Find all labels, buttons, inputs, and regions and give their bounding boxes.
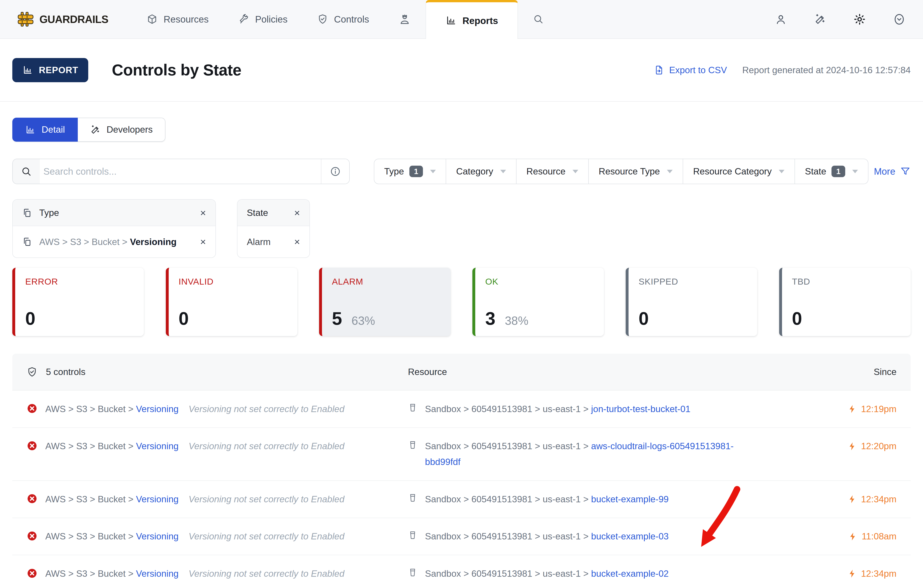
controls-count: 5 controls <box>46 367 85 377</box>
nav-item-controls[interactable]: Controls <box>302 0 384 38</box>
guardrails-app: GUARDRAILS Resources Policies Controls R… <box>0 0 923 588</box>
s3-bucket-icon <box>408 491 417 503</box>
control-link[interactable]: Versioning <box>136 404 179 414</box>
chevron-down-icon <box>667 170 673 173</box>
filter-bar: Type 1 Category Resource <box>374 159 911 184</box>
nav-search-button[interactable] <box>518 0 558 38</box>
search-filter-bar: Type 1 Category Resource <box>12 159 910 184</box>
since-time: 12:19pm <box>861 401 897 417</box>
state-card[interactable]: ALARM 5 63% <box>319 268 451 336</box>
control-type-path: AWS > S3 > Bucket > <box>45 494 136 504</box>
filter-dropdown-button[interactable]: Resource <box>516 159 589 184</box>
remove-filter-value-icon[interactable]: × <box>278 237 300 247</box>
filter-dropdown-button[interactable]: Category <box>446 159 516 184</box>
resource-path: Sandbox > 605491513981 > us-east-1 > <box>425 494 591 504</box>
state-card[interactable]: OK 3 38% <box>472 268 604 336</box>
detail-tab-button[interactable]: Detail <box>12 118 77 142</box>
remove-filter-icon[interactable]: × <box>184 208 206 218</box>
user-profile-icon[interactable] <box>775 13 787 25</box>
nav-item-policies[interactable]: Policies <box>223 0 302 38</box>
search-input[interactable] <box>40 159 321 183</box>
shield-check-icon <box>26 366 38 378</box>
chevron-down-circle-icon[interactable] <box>893 13 905 25</box>
filter-dropdown-button[interactable]: State 1 <box>795 159 869 184</box>
filter-count-badge: 1 <box>409 165 423 177</box>
cube-icon <box>146 13 158 25</box>
alarm-state-icon <box>26 440 38 452</box>
state-card[interactable]: SKIPPED 0 <box>626 268 757 336</box>
state-card-count: 0 <box>639 308 649 329</box>
report-header-actions: Export to CSV Report generated at 2024-1… <box>654 65 910 75</box>
search-icon <box>13 159 40 183</box>
state-card-label: TBD <box>792 277 901 287</box>
bar-chart-icon <box>445 15 457 26</box>
control-type-path: AWS > S3 > Bucket > <box>45 531 136 541</box>
resource-link[interactable]: jon-turbot-test-bucket-01 <box>591 404 690 414</box>
info-icon[interactable] <box>321 159 349 183</box>
nav-item-resources[interactable]: Resources <box>132 0 223 38</box>
state-summary-cards: ERROR 0 INVALID 0 ALARM <box>12 268 910 336</box>
lightning-bolt-icon <box>847 495 857 504</box>
control-link[interactable]: Versioning <box>136 441 179 451</box>
state-card-count: 3 <box>485 308 495 329</box>
state-card[interactable]: TBD 0 <box>779 268 911 336</box>
brand-logo[interactable]: GUARDRAILS <box>18 0 108 38</box>
nav-utilities <box>775 0 905 38</box>
filter-chip-value: Alarm <box>247 237 271 247</box>
user-crown-icon <box>399 13 411 25</box>
s3-bucket-icon <box>408 438 417 449</box>
search-icon <box>533 13 544 25</box>
filter-chip-card: State × Alarm × <box>237 199 310 258</box>
filter-chip-header: State × <box>237 200 309 226</box>
control-reason: Versioning not set correctly to Enabled <box>189 441 344 451</box>
state-card-count: 5 <box>332 308 342 329</box>
state-card[interactable]: ERROR 0 <box>12 268 144 336</box>
search-box <box>12 159 350 184</box>
magic-wand-icon[interactable] <box>814 13 826 25</box>
nav-item-admin[interactable] <box>384 0 425 38</box>
control-reason: Versioning not set correctly to Enabled <box>189 568 344 578</box>
settings-gear-icon[interactable] <box>854 13 866 25</box>
since-time: 12:20pm <box>861 438 897 454</box>
state-card-count: 0 <box>25 308 35 329</box>
control-reason: Versioning not set correctly to Enabled <box>189 404 344 414</box>
state-card-label: ERROR <box>25 277 134 287</box>
remove-filter-icon[interactable]: × <box>278 208 300 218</box>
state-card-label: ALARM <box>332 277 441 287</box>
bar-chart-icon <box>22 65 33 75</box>
export-csv-link[interactable]: Export to CSV <box>654 65 727 75</box>
filter-dropdown-button[interactable]: Type 1 <box>374 159 446 184</box>
control-link[interactable]: Versioning <box>136 568 179 578</box>
alarm-state-icon <box>26 403 38 414</box>
control-reason: Versioning not set correctly to Enabled <box>189 531 344 541</box>
nav-tab-reports[interactable]: Reports <box>425 0 518 39</box>
control-link[interactable]: Versioning <box>136 494 179 504</box>
top-nav: GUARDRAILS Resources Policies Controls R… <box>0 0 923 39</box>
resource-link[interactable]: bucket-example-03 <box>591 531 669 541</box>
controls-table-header: 5 controls Resource Since <box>12 354 910 390</box>
developers-tab-button[interactable]: Developers <box>78 118 166 142</box>
copy-icon <box>22 237 32 247</box>
copy-icon <box>22 208 32 218</box>
report-header: REPORT Controls by State Export to CSV R… <box>0 39 923 102</box>
s3-bucket-icon <box>408 529 417 540</box>
state-card-percentage: 38% <box>505 314 529 328</box>
resource-link[interactable]: bucket-example-99 <box>591 494 669 504</box>
s3-bucket-icon <box>408 401 417 412</box>
control-link[interactable]: Versioning <box>136 531 179 541</box>
active-filter-chips: Type × AWS > S3 > Bucket > Versioning × … <box>12 199 910 258</box>
filter-dropdown-button[interactable]: Resource Category <box>683 159 795 184</box>
state-card-label: SKIPPED <box>639 277 747 287</box>
remove-filter-value-icon[interactable]: × <box>184 237 206 247</box>
file-export-icon <box>654 65 664 75</box>
filter-chip-card: Type × AWS > S3 > Bucket > Versioning × <box>12 199 216 258</box>
resource-link[interactable]: bucket-example-02 <box>591 568 669 578</box>
control-type-path: AWS > S3 > Bucket > <box>45 441 136 451</box>
more-filters-link[interactable]: More <box>874 166 911 177</box>
control-type-path: AWS > S3 > Bucket > <box>45 568 136 578</box>
alarm-state-icon <box>26 568 38 579</box>
view-toggle: Detail Developers <box>12 118 910 142</box>
since-time: 12:34pm <box>861 566 897 581</box>
state-card[interactable]: INVALID 0 <box>166 268 297 336</box>
filter-dropdown-button[interactable]: Resource Type <box>589 159 683 184</box>
